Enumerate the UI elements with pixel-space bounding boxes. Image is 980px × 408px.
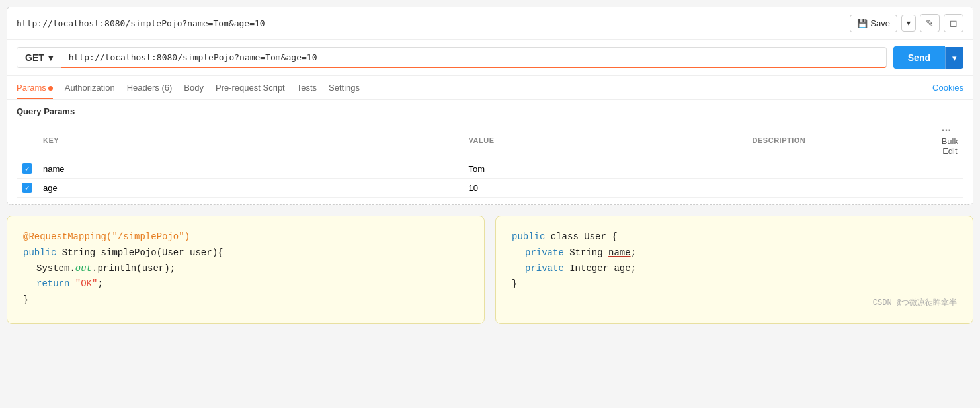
save-icon: 💾	[857, 19, 868, 28]
annotation: @RequestMapping("/simplePojo")	[23, 231, 190, 242]
save-dropdown-button[interactable]: ▾	[901, 15, 916, 32]
code-line-2: public String simplePojo(User user){	[23, 245, 468, 261]
row2-value: 10	[464, 179, 747, 198]
tab-headers[interactable]: Headers (6)	[127, 76, 182, 99]
code-line-3: System.out.println(user);	[36, 261, 468, 277]
method-chevron-icon: ▾	[48, 52, 53, 63]
watermark: CSDN @つ微凉徒眸拿半	[512, 296, 957, 309]
tab-tests[interactable]: Tests	[297, 76, 326, 99]
row1-actions	[936, 159, 963, 179]
row2-key: age	[38, 179, 464, 198]
code-panels: @RequestMapping("/simplePojo") public St…	[7, 216, 973, 324]
code-line-r3: private Integer age;	[525, 261, 957, 277]
code-panel-left: @RequestMapping("/simplePojo") public St…	[7, 216, 485, 324]
comment-icon-button[interactable]: ◻	[944, 14, 963, 32]
title-actions: 💾 Save ▾ ✎ ◻	[850, 14, 963, 32]
code-panel-right: public class User { private String name;…	[495, 216, 973, 324]
tab-body[interactable]: Body	[184, 76, 213, 99]
query-params-title: Query Params	[17, 106, 963, 116]
bulk-edit-button[interactable]: Bulk Edit	[942, 136, 958, 156]
tab-settings[interactable]: Settings	[329, 76, 369, 99]
row2-checkbox-cell: ✓	[22, 183, 32, 193]
tabs-bar: Params Authorization Headers (6) Body Pr…	[7, 76, 973, 100]
send-dropdown-button[interactable]: ▾	[945, 47, 963, 69]
url-input[interactable]	[61, 47, 887, 68]
method-selector[interactable]: GET ▾	[17, 47, 61, 68]
send-button[interactable]: Send	[893, 46, 945, 69]
save-button[interactable]: 💾 Save	[850, 15, 897, 32]
method-label: GET	[25, 52, 44, 63]
code-line-5: }	[23, 292, 468, 308]
row2-desc	[747, 179, 936, 198]
code-line-r4: }	[512, 276, 957, 292]
title-bar: http://localhost:8080/simplePojo?name=To…	[7, 7, 973, 40]
save-label: Save	[870, 19, 890, 28]
title-url: http://localhost:8080/simplePojo?name=To…	[17, 19, 265, 28]
keyword-public: public	[23, 247, 62, 258]
col-desc-header: DESCRIPTION	[747, 122, 936, 159]
col-check-header	[17, 122, 38, 159]
send-button-group: Send ▾	[893, 46, 963, 69]
col-value-header: VALUE	[464, 122, 747, 159]
params-dot	[48, 86, 53, 91]
row1-checkbox[interactable]: ✓	[22, 163, 32, 174]
col-key-header: KEY	[38, 122, 464, 159]
row1-checkbox-cell: ✓	[22, 163, 32, 174]
dots-icon: ···	[942, 124, 952, 136]
row1-desc	[747, 159, 936, 179]
request-panel: http://localhost:8080/simplePojo?name=To…	[7, 7, 973, 205]
code-line-1: @RequestMapping("/simplePojo")	[23, 229, 468, 245]
col-actions-header: ··· Bulk Edit	[936, 122, 963, 159]
table-row: ✓ age 10	[17, 179, 963, 198]
code-line-r1: public class User {	[512, 229, 957, 245]
row1-value: Tom	[464, 159, 747, 179]
table-row: ✓ name Tom	[17, 159, 963, 179]
tab-prerequest[interactable]: Pre-request Script	[216, 76, 294, 99]
params-section: Query Params KEY VALUE DESCRIPTION ··· B…	[7, 100, 973, 204]
tab-authorization[interactable]: Authorization	[65, 76, 124, 99]
url-bar: GET ▾ Send ▾	[7, 40, 973, 76]
code-line-r2: private String name;	[525, 245, 957, 261]
params-table: KEY VALUE DESCRIPTION ··· Bulk Edit ✓	[17, 122, 963, 198]
tab-params[interactable]: Params	[17, 76, 62, 99]
row2-checkbox[interactable]: ✓	[22, 183, 32, 193]
row1-key: name	[38, 159, 464, 179]
cookies-link[interactable]: Cookies	[932, 83, 963, 93]
row2-actions	[936, 179, 963, 198]
edit-icon-button[interactable]: ✎	[920, 14, 940, 32]
code-line-4: return "OK";	[36, 276, 468, 292]
